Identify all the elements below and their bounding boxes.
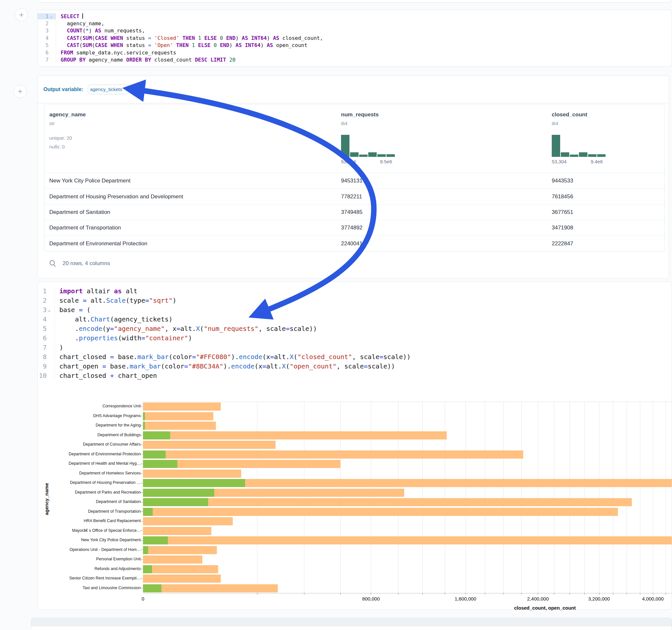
column-type: i64 (341, 121, 347, 126)
bar-open-count (143, 421, 145, 430)
python-cell: 1 import altair as alt2 scale = alt.Scal… (37, 281, 672, 610)
fold-chevron-icon[interactable]: ⌄ (47, 307, 52, 313)
x-tick (613, 593, 613, 595)
histogram-min-label: 53,304 (341, 159, 356, 164)
y-tick (141, 540, 143, 540)
code-line[interactable]: 7 GROUP BY agency_name ORDER BY closed_c… (38, 56, 672, 63)
y-axis-label: Department of Sanitation (51, 497, 141, 507)
histogram-min-label: 53,304 (552, 159, 567, 164)
y-tick (141, 569, 143, 569)
code-text: scale = alt.Scale(type="sqrt") (54, 296, 176, 304)
code-line[interactable]: 2 agency_name, (38, 20, 672, 27)
column-histogram (341, 134, 395, 157)
code-line[interactable]: 1 import altair as alt (38, 286, 672, 295)
y-axis-label: Personal Exemption Unit (51, 555, 141, 564)
bar-chart: Correspondence UnitDHS Advantage Program… (38, 392, 672, 606)
sql-result-block: Output variable: agency_tickets agency_n… (37, 75, 669, 279)
bar-open-count (143, 431, 170, 439)
table-row: Department of Transportation377489234719… (44, 220, 665, 236)
bar-open-count (143, 451, 166, 459)
line-number-gutter: 3 (38, 28, 56, 34)
x-tick (503, 593, 504, 595)
line-number-gutter[interactable]: 1⌄ (38, 13, 56, 20)
x-tick (398, 593, 399, 595)
code-text: CAST(SUM(CASE WHEN status = 'Open' THEN … (56, 42, 307, 48)
code-line[interactable]: 8 chart_closed = base.mark_bar(color="#F… (38, 352, 672, 361)
x-axis-tick-label: 0 (142, 596, 144, 602)
y-axis-label: Department of Consumer Affairs (51, 440, 141, 450)
code-line[interactable]: 4 alt.Chart(agency_tickets) (38, 314, 672, 324)
line-number-gutter: 7 (38, 57, 56, 63)
x-tick (445, 593, 445, 595)
table-cell: 3749485 (341, 209, 362, 216)
gridline (640, 402, 640, 593)
gridline (371, 402, 371, 593)
code-line[interactable]: 6 FROM sample_data.nyc.service_requests (38, 49, 672, 56)
code-text: base = ( (54, 306, 91, 314)
y-axis-label: Department of Health and Mental Hyg… (51, 459, 141, 468)
bar-open-count (143, 565, 152, 573)
line-number-gutter[interactable]: 3⌄ (38, 306, 54, 314)
fold-chevron-icon[interactable]: ⌄ (49, 14, 54, 19)
bar-closed-count (143, 403, 221, 411)
column-header-num_requests: num_requests (341, 112, 379, 118)
table-cell: 3774892 (341, 224, 362, 231)
table-cell: 2240041 (341, 240, 362, 247)
gridline (538, 402, 538, 593)
table-cell: Department of Housing Preservation and D… (49, 193, 183, 200)
x-tick (666, 593, 666, 595)
table-cell: Department of Sanitation (49, 209, 110, 216)
code-text: chart_closed = base.mark_bar(color="#FFC… (54, 353, 411, 361)
gridline (584, 402, 585, 593)
y-tick (141, 435, 143, 435)
code-line[interactable]: 5 .encode(y="agency_name", x=alt.X("num_… (38, 324, 672, 333)
bar-open-count (143, 546, 148, 554)
code-line[interactable]: 1⌄SELECT (38, 13, 672, 20)
code-line[interactable]: 9 chart_open = base.mark_bar(color="#8BC… (38, 361, 672, 371)
code-text: chart_closed + chart_open (54, 372, 157, 380)
search-icon[interactable] (49, 260, 57, 267)
plus-icon: + (19, 10, 24, 19)
table-row: New York City Police Department945313194… (44, 173, 665, 189)
gridline (521, 402, 522, 593)
bar-closed-count (143, 421, 216, 430)
result-table: agency_namestrunique: 20nulls: 0num_requ… (44, 104, 665, 251)
y-axis-title: agency_name (44, 480, 49, 515)
x-tick (257, 593, 257, 595)
output-variable-pill[interactable]: agency_tickets (88, 84, 129, 94)
python-code-editor[interactable]: 1 import altair as alt2 scale = alt.Scal… (38, 286, 672, 380)
code-line[interactable]: 3⌄base = ( (38, 305, 672, 314)
add-cell-button-top[interactable]: + (15, 8, 28, 21)
table-cell: 9453131 (341, 177, 362, 184)
add-cell-button-middle[interactable]: + (14, 85, 27, 98)
bar-open-count (143, 508, 153, 516)
code-text: GROUP BY agency_name ORDER BY closed_cou… (56, 57, 235, 63)
x-tick (423, 593, 423, 595)
line-number-gutter: 9 (38, 362, 54, 370)
y-axis-label: Department for the Aging (51, 421, 141, 430)
line-number-gutter: 5 (38, 325, 54, 333)
y-axis-label: Department of Transportation (51, 507, 141, 516)
y-tick (141, 550, 143, 550)
code-line[interactable]: 3 COUNT(*) AS num_requests, (38, 27, 672, 34)
sql-code-editor[interactable]: 1⌄SELECT 2 agency_name,3 COUNT(*) AS num… (38, 13, 672, 64)
code-line[interactable]: 7 ) (38, 343, 672, 352)
bar-closed-count (143, 469, 241, 478)
code-text: chart_open = base.mark_bar(color="#8BC34… (54, 362, 395, 370)
line-number-gutter: 8 (38, 353, 54, 361)
gridline (340, 402, 341, 593)
code-line[interactable]: 5 CAST(SUM(CASE WHEN status = 'Open' THE… (38, 42, 672, 49)
code-line[interactable]: 4 CAST(SUM(CASE WHEN status = 'Closed' T… (38, 34, 672, 42)
code-line[interactable]: 10 chart_closed + chart_open (38, 371, 672, 380)
column-type: str (49, 121, 55, 126)
y-axis-label: Department of Environmental Protection (51, 450, 141, 459)
code-line[interactable]: 2 scale = alt.Scale(type="sqrt") (38, 295, 672, 305)
table-row: Department of Housing Preservation and D… (44, 188, 665, 204)
x-axis-tick-label: 3,200,000 (589, 596, 610, 602)
table-dimensions-label: 20 rows, 4 columns (63, 260, 110, 267)
line-number-gutter: 1 (38, 287, 54, 295)
x-tick (653, 593, 653, 595)
previous-cell-edge (37, 0, 672, 3)
column-header-closed_count: closed_count (552, 112, 587, 118)
code-line[interactable]: 6 .properties(width="container") (38, 333, 672, 343)
